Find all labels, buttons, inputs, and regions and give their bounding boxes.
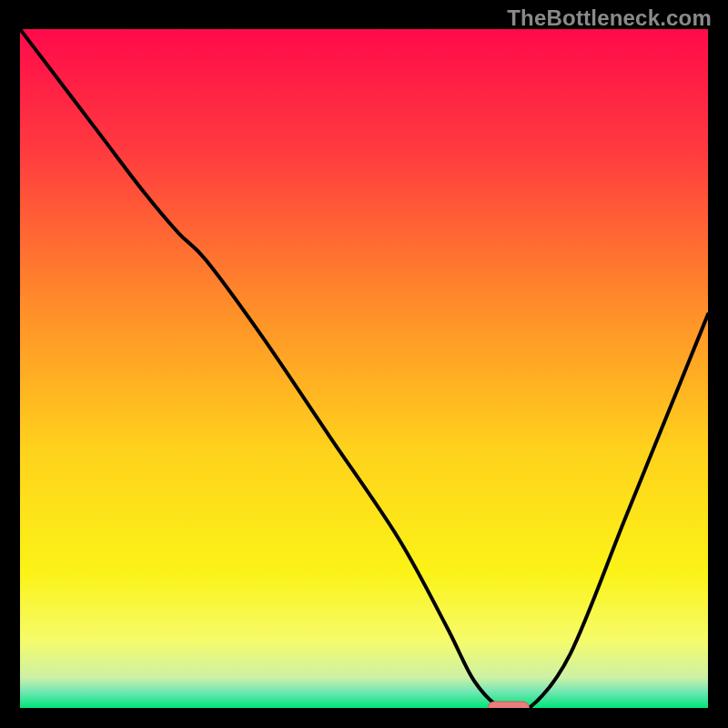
chart-svg	[0, 0, 728, 728]
optimum-marker	[488, 702, 529, 714]
chart-frame: TheBottleneck.com	[0, 0, 728, 728]
plot-background	[20, 29, 708, 708]
watermark-text: TheBottleneck.com	[507, 5, 712, 31]
